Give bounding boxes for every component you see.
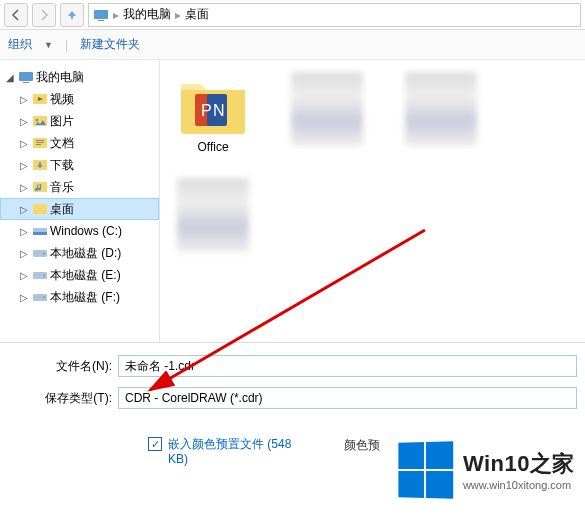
expand-icon[interactable]: ▷ <box>18 181 30 193</box>
svg-rect-1 <box>98 20 104 21</box>
breadcrumb[interactable]: ▸ 我的电脑 ▸ 桌面 <box>88 3 581 27</box>
chevron-right-icon: ▸ <box>113 8 119 22</box>
tree-item-video[interactable]: ▷ 视频 <box>0 88 159 110</box>
organize-button[interactable]: 组织 <box>8 36 32 53</box>
computer-icon <box>93 7 109 23</box>
svg-rect-2 <box>19 72 33 81</box>
tree-item-label: 本地磁盘 (E:) <box>50 267 121 284</box>
type-dropdown[interactable]: CDR - CorelDRAW (*.cdr) <box>118 387 577 409</box>
music-icon <box>32 179 48 195</box>
tree-root-label: 我的电脑 <box>36 69 84 86</box>
file-item-blur[interactable] <box>282 72 372 154</box>
tree-item-desktop[interactable]: ▷ 桌面 <box>0 198 159 220</box>
file-label: Office <box>197 140 228 154</box>
svg-point-7 <box>36 119 39 122</box>
svg-rect-9 <box>36 140 44 141</box>
download-icon <box>32 157 48 173</box>
filename-input[interactable]: 未命名 -1.cdr <box>118 355 577 377</box>
expand-icon[interactable]: ▷ <box>18 115 30 127</box>
svg-rect-11 <box>36 144 41 145</box>
document-icon <box>32 135 48 151</box>
filename-row: 文件名(N): 未命名 -1.cdr <box>8 353 577 379</box>
expand-icon[interactable]: ▷ <box>18 137 30 149</box>
command-toolbar: 组织 ▼ | 新建文件夹 <box>0 30 585 60</box>
navigation-tree[interactable]: ◢ 我的电脑 ▷ 视频 ▷ 图片 ▷ 文档 ▷ 下载 ▷ 音乐 <box>0 60 160 342</box>
new-folder-button[interactable]: 新建文件夹 <box>80 36 140 53</box>
type-row: 保存类型(T): CDR - CorelDRAW (*.cdr) <box>8 385 577 411</box>
tree-item-label: 视频 <box>50 91 74 108</box>
expand-icon[interactable]: ▷ <box>18 269 30 281</box>
file-item-office[interactable]: PN Office <box>168 72 258 154</box>
expand-icon[interactable]: ▷ <box>18 225 30 237</box>
computer-icon <box>18 69 34 85</box>
svg-text:P: P <box>201 102 212 119</box>
file-item-blur[interactable] <box>396 72 486 154</box>
filename-label: 文件名(N): <box>8 358 118 375</box>
chevron-right-icon: ▸ <box>175 8 181 22</box>
drive-icon <box>32 289 48 305</box>
tree-root[interactable]: ◢ 我的电脑 <box>0 66 159 88</box>
main-area: ◢ 我的电脑 ▷ 视频 ▷ 图片 ▷ 文档 ▷ 下载 ▷ 音乐 <box>0 60 585 342</box>
collapse-icon[interactable]: ◢ <box>4 71 16 83</box>
breadcrumb-root[interactable]: 我的电脑 <box>123 6 171 23</box>
file-item-blur[interactable] <box>168 178 258 252</box>
up-arrow-icon <box>66 9 78 21</box>
embed-profile-label: 嵌入颜色预置文件 (548 KB) <box>168 437 298 467</box>
svg-rect-10 <box>36 142 44 143</box>
back-button[interactable] <box>4 3 28 27</box>
blurred-thumbnail <box>177 178 249 252</box>
folder-icon: PN <box>177 72 249 136</box>
tree-item-label: 本地磁盘 (D:) <box>50 245 121 262</box>
image-icon <box>32 113 48 129</box>
svg-point-20 <box>43 275 45 277</box>
file-list[interactable]: PN Office <box>160 60 585 342</box>
svg-rect-14 <box>33 204 47 214</box>
back-arrow-icon <box>10 9 22 21</box>
tree-item-image[interactable]: ▷ 图片 <box>0 110 159 132</box>
drive-icon <box>32 245 48 261</box>
tree-item-label: Windows (C:) <box>50 224 122 238</box>
breadcrumb-current[interactable]: 桌面 <box>185 6 209 23</box>
expand-icon[interactable]: ▷ <box>18 291 30 303</box>
expand-icon[interactable]: ▷ <box>18 93 30 105</box>
svg-point-18 <box>43 253 45 255</box>
address-toolbar: ▸ 我的电脑 ▸ 桌面 <box>0 0 585 30</box>
tree-item-label: 下载 <box>50 157 74 174</box>
tree-item-drive-d[interactable]: ▷ 本地磁盘 (D:) <box>0 242 159 264</box>
dropdown-arrow-icon[interactable]: ▼ <box>44 40 53 50</box>
svg-point-22 <box>43 297 45 299</box>
type-label: 保存类型(T): <box>8 390 118 407</box>
watermark-title: Win10之家 <box>463 449 575 479</box>
forward-button[interactable] <box>32 3 56 27</box>
tree-item-drive-e[interactable]: ▷ 本地磁盘 (E:) <box>0 264 159 286</box>
up-button[interactable] <box>60 3 84 27</box>
svg-rect-3 <box>23 82 29 83</box>
expand-icon[interactable]: ▷ <box>18 203 30 215</box>
svg-rect-0 <box>94 10 108 19</box>
windows-logo-icon <box>398 441 453 499</box>
tree-item-doc[interactable]: ▷ 文档 <box>0 132 159 154</box>
tree-item-drive-f[interactable]: ▷ 本地磁盘 (F:) <box>0 286 159 308</box>
blurred-thumbnail <box>405 72 477 146</box>
svg-rect-16 <box>33 232 47 235</box>
tree-item-label: 音乐 <box>50 179 74 196</box>
tree-item-label: 本地磁盘 (F:) <box>50 289 120 306</box>
tree-item-label: 文档 <box>50 135 74 152</box>
tree-item-drive-c[interactable]: ▷ Windows (C:) <box>0 220 159 242</box>
tree-item-music[interactable]: ▷ 音乐 <box>0 176 159 198</box>
color-preview-label: 颜色预 <box>344 437 380 454</box>
expand-icon[interactable]: ▷ <box>18 159 30 171</box>
watermark: Win10之家 www.win10xitong.com <box>397 442 575 498</box>
tree-item-download[interactable]: ▷ 下载 <box>0 154 159 176</box>
tree-item-label: 图片 <box>50 113 74 130</box>
forward-arrow-icon <box>38 9 50 21</box>
expand-icon[interactable]: ▷ <box>18 247 30 259</box>
blurred-thumbnail <box>291 72 363 146</box>
svg-text:N: N <box>213 102 225 119</box>
video-icon <box>32 91 48 107</box>
embed-profile-checkbox[interactable]: ✓ <box>148 437 162 451</box>
watermark-url: www.win10xitong.com <box>463 479 575 491</box>
tree-item-label: 桌面 <box>50 201 74 218</box>
desktop-icon <box>32 201 48 217</box>
drive-icon <box>32 223 48 239</box>
